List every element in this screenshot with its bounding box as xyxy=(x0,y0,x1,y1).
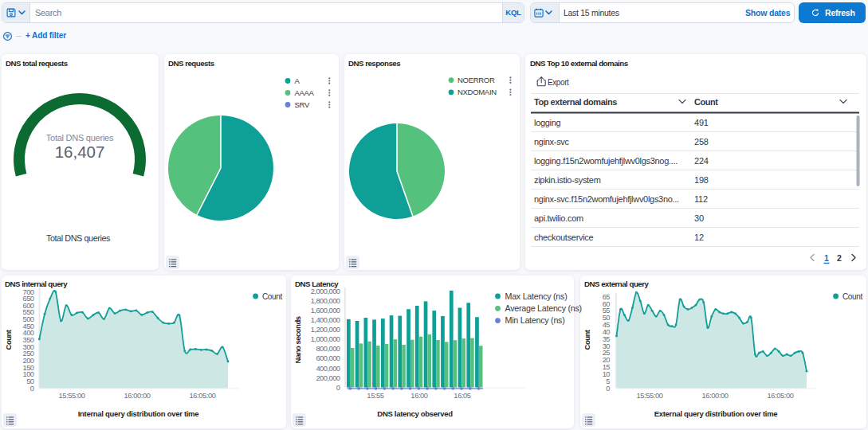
svg-text:200,000: 200,000 xyxy=(316,374,340,382)
svg-text:1,000,000: 1,000,000 xyxy=(311,335,340,343)
svg-text:16:05: 16:05 xyxy=(454,392,470,400)
svg-text:Nano seconds: Nano seconds xyxy=(293,316,302,363)
svg-text:600,000: 600,000 xyxy=(316,354,340,362)
svg-text:1,400,000: 1,400,000 xyxy=(311,316,340,324)
svg-text:1,600,000: 1,600,000 xyxy=(311,307,340,315)
svg-text:1,200,000: 1,200,000 xyxy=(311,326,340,334)
svg-text:Max Latency (ns): Max Latency (ns) xyxy=(505,291,568,301)
svg-text:400,000: 400,000 xyxy=(316,365,340,373)
svg-text:16:00: 16:00 xyxy=(410,392,427,400)
svg-text:Min Latency (ns): Min Latency (ns) xyxy=(505,315,565,325)
svg-text:DNS latency observed: DNS latency observed xyxy=(377,409,453,418)
svg-text:800,000: 800,000 xyxy=(316,345,340,353)
svg-text:0: 0 xyxy=(336,384,340,392)
svg-text:15:55: 15:55 xyxy=(367,392,383,400)
svg-text:Average Latency (ns): Average Latency (ns) xyxy=(505,303,582,313)
svg-text:1,800,000: 1,800,000 xyxy=(311,297,340,305)
svg-text:2,000,000: 2,000,000 xyxy=(311,287,340,295)
